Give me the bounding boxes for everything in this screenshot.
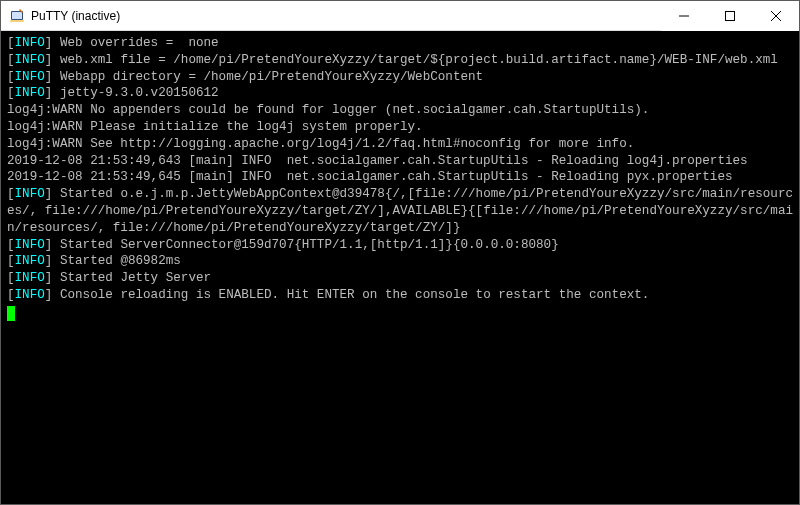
putty-icon — [9, 8, 25, 24]
log-level-info: INFO — [15, 86, 45, 100]
svg-rect-1 — [12, 12, 22, 19]
log-line: Started o.e.j.m.p.JettyWebAppContext@d39… — [7, 187, 793, 235]
log-line: 2019-12-08 21:53:49,645 [main] INFO net.… — [7, 170, 733, 184]
minimize-button[interactable] — [661, 1, 707, 31]
log-line: 2019-12-08 21:53:49,643 [main] INFO net.… — [7, 154, 748, 168]
terminal-area[interactable]: [INFO] Web overrides = none [INFO] web.x… — [1, 31, 799, 504]
log-line: jetty-9.3.0.v20150612 — [52, 86, 218, 100]
close-button[interactable] — [753, 1, 799, 31]
log-level-info: INFO — [15, 70, 45, 84]
svg-rect-2 — [10, 20, 24, 22]
log-level-info: INFO — [15, 187, 45, 201]
window-titlebar[interactable]: PuTTY (inactive) — [1, 1, 799, 31]
minimize-icon — [679, 11, 689, 21]
log-level-info: INFO — [15, 238, 45, 252]
log-level-info: INFO — [15, 36, 45, 50]
terminal-cursor — [7, 306, 15, 321]
close-icon — [771, 11, 781, 21]
log-level-info: INFO — [15, 53, 45, 67]
log-line: Started @86982ms — [52, 254, 180, 268]
putty-window: PuTTY (inactive) [INFO] Web overrides = … — [0, 0, 800, 505]
maximize-icon — [725, 11, 735, 21]
log-level-info: INFO — [15, 254, 45, 268]
window-title: PuTTY (inactive) — [31, 9, 120, 23]
log-line: Started Jetty Server — [52, 271, 211, 285]
maximize-button[interactable] — [707, 1, 753, 31]
log-line: log4j:WARN No appenders could be found f… — [7, 103, 649, 117]
log-line: log4j:WARN See http://logging.apache.org… — [7, 137, 634, 151]
log-line: Webapp directory = /home/pi/PretendYoure… — [52, 70, 483, 84]
log-line: Web overrides = none — [52, 36, 218, 50]
log-line: Started ServerConnector@159d707{HTTP/1.1… — [52, 238, 558, 252]
svg-rect-4 — [726, 11, 735, 20]
log-level-info: INFO — [15, 288, 45, 302]
log-level-info: INFO — [15, 271, 45, 285]
log-line: web.xml file = /home/pi/PretendYoureXyzz… — [52, 53, 778, 67]
log-line: log4j:WARN Please initialize the log4j s… — [7, 120, 423, 134]
log-line: Console reloading is ENABLED. Hit ENTER … — [52, 288, 649, 302]
